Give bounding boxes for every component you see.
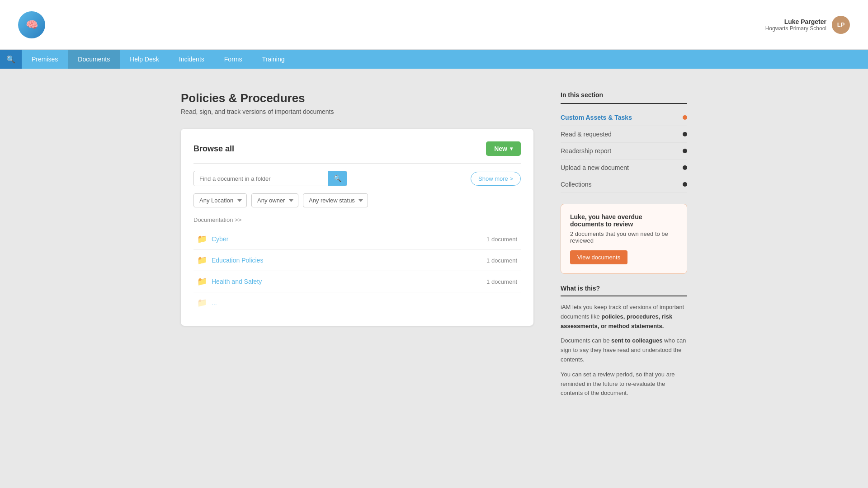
- what-section: What is this? iAM lets you keep track of…: [561, 285, 687, 398]
- folder-icon: 📁: [197, 255, 207, 265]
- section-nav: In this section Custom Assets & Tasks Re…: [561, 91, 687, 193]
- user-name: Luke Pargeter: [765, 18, 826, 25]
- owner-filter[interactable]: Any owner: [251, 193, 298, 207]
- page-subtitle: Read, sign, and track versions of import…: [181, 108, 533, 115]
- doc-name: ...: [212, 299, 217, 306]
- nav-dot: [683, 182, 687, 187]
- doc-name[interactable]: Education Policies: [212, 257, 263, 264]
- table-row[interactable]: 📁 Health and Safety 1 document: [193, 271, 521, 292]
- sidebar-item-label: Read & requested: [561, 131, 612, 138]
- nav-item-premises[interactable]: Premises: [22, 50, 68, 69]
- what-divider: [561, 296, 687, 296]
- new-button[interactable]: New: [486, 141, 521, 156]
- nav-item-helpdesk[interactable]: Help Desk: [120, 50, 169, 69]
- doc-item-left: 📁 Cyber: [197, 234, 228, 244]
- sidebar-item-label: Custom Assets & Tasks: [561, 114, 632, 121]
- left-column: Policies & Procedures Read, sign, and tr…: [181, 91, 533, 404]
- table-row: 📁 ...: [193, 292, 521, 313]
- table-row[interactable]: 📁 Education Policies 1 document: [193, 250, 521, 271]
- what-text-1: iAM lets you keep track of versions of i…: [561, 303, 687, 331]
- breadcrumb: Documentation >>: [193, 216, 521, 223]
- section-divider: [561, 103, 687, 104]
- nav-dot-active: [683, 115, 687, 120]
- doc-item-left: 📁 Health and Safety: [197, 277, 262, 286]
- browse-header: Browse all New: [193, 141, 521, 164]
- user-info: Luke Pargeter Hogwarts Primary School: [765, 18, 826, 32]
- browse-card: Browse all New 🔍 Show more > Any Locatio…: [181, 129, 533, 326]
- right-column: In this section Custom Assets & Tasks Re…: [561, 91, 687, 404]
- sidebar-item-upload-document[interactable]: Upload a new document: [561, 160, 687, 176]
- sidebar-item-readership-report[interactable]: Readership report: [561, 143, 687, 160]
- main-content: Policies & Procedures Read, sign, and tr…: [163, 69, 705, 426]
- view-documents-button[interactable]: View documents: [570, 250, 627, 264]
- logo-icon: 🧠: [18, 11, 45, 38]
- doc-count: 1 document: [486, 257, 517, 264]
- alert-title: Luke, you have overdue documents to revi…: [570, 213, 678, 228]
- table-row[interactable]: 📁 Cyber 1 document: [193, 229, 521, 250]
- search-button[interactable]: 🔍: [328, 171, 347, 186]
- folder-icon: 📁: [197, 298, 207, 308]
- sidebar-item-label: Collections: [561, 181, 591, 188]
- sidebar-item-label: Readership report: [561, 147, 611, 155]
- nav-item-incidents[interactable]: Incidents: [169, 50, 214, 69]
- header: 🧠 Luke Pargeter Hogwarts Primary School …: [0, 0, 868, 50]
- doc-item-left: 📁 Education Policies: [197, 255, 263, 265]
- nav-dot: [683, 149, 687, 153]
- alert-body: 2 documents that you own need to be revi…: [570, 230, 678, 244]
- sidebar-item-read-requested[interactable]: Read & requested: [561, 126, 687, 143]
- logo-area: 🧠: [18, 11, 45, 38]
- nav-item-documents[interactable]: Documents: [68, 50, 120, 69]
- document-list: 📁 Cyber 1 document 📁 Education Policies …: [193, 229, 521, 313]
- nav-dot: [683, 165, 687, 170]
- folder-icon: 📁: [197, 234, 207, 244]
- doc-item-left: 📁 ...: [197, 298, 217, 308]
- search-input[interactable]: [194, 172, 328, 186]
- filters-row: Any Location Any owner Any review status: [193, 193, 521, 207]
- nav-item-forms[interactable]: Forms: [214, 50, 252, 69]
- alert-card: Luke, you have overdue documents to revi…: [561, 204, 687, 274]
- search-row: 🔍 Show more >: [193, 171, 521, 186]
- search-input-wrap: 🔍: [193, 171, 347, 186]
- sidebar-item-custom-assets[interactable]: Custom Assets & Tasks: [561, 109, 687, 126]
- sidebar-item-collections[interactable]: Collections: [561, 176, 687, 193]
- doc-count: 1 document: [486, 278, 517, 285]
- review-status-filter[interactable]: Any review status: [303, 193, 368, 207]
- avatar[interactable]: LP: [832, 16, 850, 34]
- what-title: What is this?: [561, 285, 687, 292]
- user-area: Luke Pargeter Hogwarts Primary School LP: [765, 16, 850, 34]
- search-nav-button[interactable]: 🔍: [0, 50, 22, 69]
- page-title: Policies & Procedures: [181, 91, 533, 105]
- show-more-button[interactable]: Show more >: [471, 172, 521, 186]
- section-title: In this section: [561, 91, 687, 99]
- what-text-2: Documents can be sent to colleagues who …: [561, 336, 687, 364]
- folder-icon: 📁: [197, 277, 207, 286]
- user-school: Hogwarts Primary School: [765, 25, 826, 32]
- doc-count: 1 document: [486, 236, 517, 243]
- what-text-3: You can set a review period, so that you…: [561, 370, 687, 398]
- doc-name[interactable]: Cyber: [212, 235, 228, 243]
- doc-name[interactable]: Health and Safety: [212, 278, 262, 285]
- location-filter[interactable]: Any Location: [193, 193, 247, 207]
- nav-dot: [683, 132, 687, 136]
- nav-item-training[interactable]: Training: [252, 50, 294, 69]
- browse-title: Browse all: [193, 144, 234, 154]
- sidebar-item-label: Upload a new document: [561, 164, 629, 171]
- main-nav: 🔍 Premises Documents Help Desk Incidents…: [0, 50, 868, 69]
